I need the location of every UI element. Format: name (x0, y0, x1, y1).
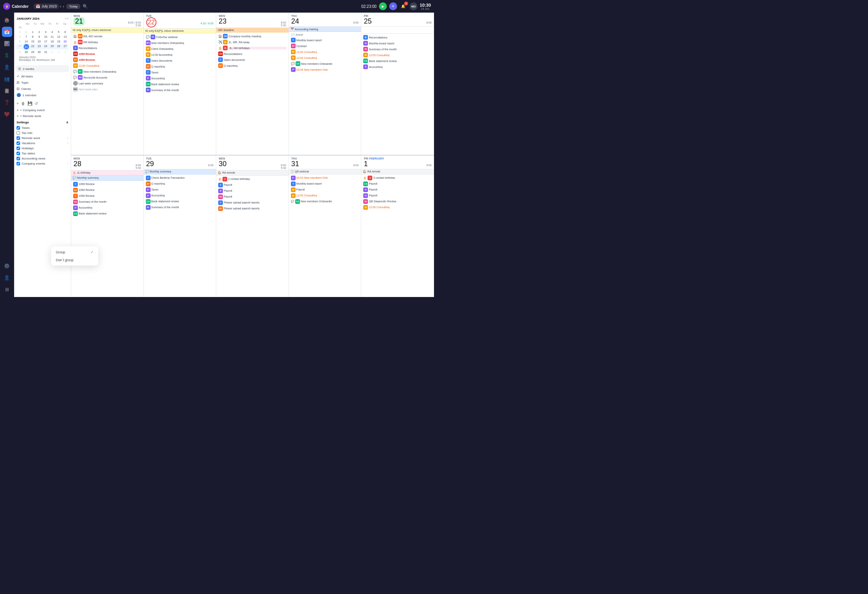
people-icon-btn[interactable]: 👥 (2, 74, 12, 84)
event-item[interactable]: AReconciliations (72, 45, 142, 51)
tax-dates-checkbox[interactable] (17, 152, 20, 155)
search-icon[interactable]: 🔍 (83, 4, 88, 9)
settings-icon-btn[interactable]: ⚙️ (2, 261, 12, 271)
event-item[interactable]: 💬ARReconcile Accounts (72, 75, 142, 80)
event-item[interactable]: TKSummary of the month (72, 199, 142, 205)
event-item[interactable]: AT1099 Review (72, 57, 142, 62)
event-item[interactable]: 🎂22 contact birthday (217, 176, 287, 182)
event-item[interactable]: MGNext week plan (72, 86, 142, 92)
event-item[interactable]: CSBank statement review (145, 81, 215, 87)
user-avatar[interactable]: MO (410, 2, 417, 10)
event-item[interactable]: Last week summary (72, 81, 142, 86)
refresh-icon[interactable]: ↺ (35, 101, 38, 106)
remote-work-link[interactable]: + + Remote work (14, 113, 71, 119)
mini-cal-next[interactable]: › (67, 16, 68, 20)
event-item[interactable]: ATPlease upload payroll reports. (217, 206, 287, 211)
event-item[interactable]: PISummary of the month (145, 205, 215, 210)
event-item[interactable]: ✈️JLJL, MR, RA away (217, 39, 287, 45)
event-item[interactable]: CSBank statement review (145, 199, 215, 204)
settings-tasks[interactable]: Tasks (17, 125, 68, 130)
event-item[interactable]: MClient Onboarding (145, 46, 215, 51)
member-item[interactable]: 🔵 1 member (14, 92, 71, 98)
event-item[interactable]: AT1099 Review (72, 187, 142, 193)
event-item[interactable]: TSales documents (145, 58, 215, 63)
board-icon-btn[interactable]: ⊞ (2, 284, 12, 295)
tasks-icon-btn[interactable]: 📋 (2, 86, 12, 96)
vacations-checkbox[interactable] (17, 141, 20, 145)
all-tasks-item[interactable]: ✓ All tasks (14, 73, 71, 79)
event-item[interactable]: 🏠CMCompany monthly meeting (217, 33, 287, 39)
clients-item[interactable]: ⊟ Clients (14, 86, 71, 92)
event-item[interactable]: PAccounting (145, 193, 215, 198)
event-item[interactable]: T1099 Review (72, 182, 142, 187)
event-item[interactable]: PAccounting (145, 75, 215, 81)
event-item[interactable]: M12:00 Consulting (362, 205, 433, 210)
user-icon-btn[interactable]: 👤 (2, 273, 12, 283)
event-item[interactable]: PPayroll (217, 188, 287, 194)
event-item[interactable]: M12:00 Consulting (290, 55, 360, 60)
event-item[interactable]: CSPayroll (362, 181, 433, 187)
two-weeks-view-btn[interactable]: ⊞ 2 weeks (16, 65, 69, 72)
settings-remote-work[interactable]: Remote work › (17, 136, 68, 141)
event-item[interactable]: BReconciliations (362, 35, 433, 40)
remote-work-checkbox[interactable] (17, 136, 20, 140)
today-button[interactable]: Today (66, 4, 80, 9)
event-item[interactable]: PIQB Diagnostic Review (362, 199, 433, 204)
holidays-checkbox[interactable] (17, 147, 20, 150)
dont-group-option[interactable]: Don´t group (53, 256, 97, 264)
event-item[interactable]: TPlease upload payroll reports. (217, 200, 287, 205)
event-item[interactable]: M12:00 Consulting (290, 193, 360, 198)
delete-icon[interactable]: 🗑 (21, 101, 25, 106)
event-item[interactable]: M12:00 Accounting (145, 52, 215, 57)
event-item[interactable]: VIPayroll (362, 193, 433, 198)
event-item[interactable]: 🎂JLJL, HH birthdays (217, 45, 287, 51)
notification-button[interactable]: 🔔 2 (399, 2, 407, 10)
company-event-link[interactable]: + + Company event (14, 107, 71, 113)
event-item[interactable]: UXReconciliations (217, 51, 287, 57)
help-icon-btn[interactable]: ❓ (2, 97, 12, 108)
event-item[interactable]: P03.02 New members Onb (290, 175, 360, 181)
tax-info-checkbox[interactable] (17, 131, 20, 135)
event-item[interactable]: PPayroll (362, 187, 433, 192)
prev-arrow[interactable]: ‹ (59, 4, 62, 9)
event-item[interactable]: ATQ reporting (145, 181, 215, 187)
event-item[interactable]: PIContract (290, 43, 360, 49)
event-item[interactable]: 💬FINew members Onboarding (72, 69, 142, 74)
event-item[interactable]: 🎂RRRR birthday (72, 39, 142, 45)
event-item[interactable]: CSBank statement review (362, 58, 433, 64)
settings-chevron-up[interactable]: ∧ (66, 121, 68, 124)
settings-vacations[interactable]: Vacations › (17, 141, 68, 146)
event-item[interactable]: TCheck Banking Transaction (145, 175, 215, 181)
save-icon[interactable]: 💾 (28, 101, 32, 106)
event-item[interactable]: CSBank statement review (72, 211, 142, 216)
next-arrow[interactable]: › (62, 4, 65, 9)
event-item[interactable]: TMonthly board report (290, 181, 360, 187)
event-item[interactable]: 🏠RARA, MO remote (72, 33, 142, 39)
tasks-checkbox[interactable] (17, 126, 20, 130)
chart-icon-btn[interactable]: 📊 (2, 38, 12, 49)
contacts-icon-btn[interactable]: 👤 (2, 62, 12, 72)
event-item[interactable]: VIMonthly board report (362, 40, 433, 46)
event-item[interactable]: 📄Article (290, 33, 360, 37)
event-item[interactable]: W1New members Onboarding (145, 40, 215, 46)
event-item[interactable]: 💬TBTurboTax webinar (145, 34, 215, 40)
group-option[interactable]: Group ✓ (53, 248, 97, 256)
event-item[interactable]: TSales documents (217, 57, 287, 62)
event-item[interactable]: TTaxes (145, 70, 215, 75)
event-item[interactable]: 💬CSNew members Onboardin (290, 61, 360, 66)
event-item[interactable]: P03.09 New members Onb (290, 67, 360, 72)
event-item[interactable]: ATQ reporting (217, 63, 287, 68)
add-icon[interactable]: + (17, 101, 19, 106)
event-item[interactable]: TMonthly board report (290, 37, 360, 43)
settings-holidays[interactable]: Holidays (17, 146, 68, 151)
event-item[interactable]: UX1099 Review (72, 51, 142, 57)
heart-icon-btn[interactable]: ❤️ (2, 109, 12, 119)
topic-item[interactable]: ⊟ Topic (14, 79, 71, 86)
settings-accounting-news[interactable]: Accounting news (17, 156, 68, 161)
home-icon-btn[interactable]: 🏠 (2, 15, 12, 25)
event-item[interactable]: TKPayroll (217, 194, 287, 200)
event-item[interactable]: T1099 Review (72, 193, 142, 199)
add-button[interactable]: + (389, 2, 397, 10)
company-events-checkbox[interactable] (17, 162, 20, 165)
event-item[interactable]: PISummary of the month (362, 46, 433, 52)
